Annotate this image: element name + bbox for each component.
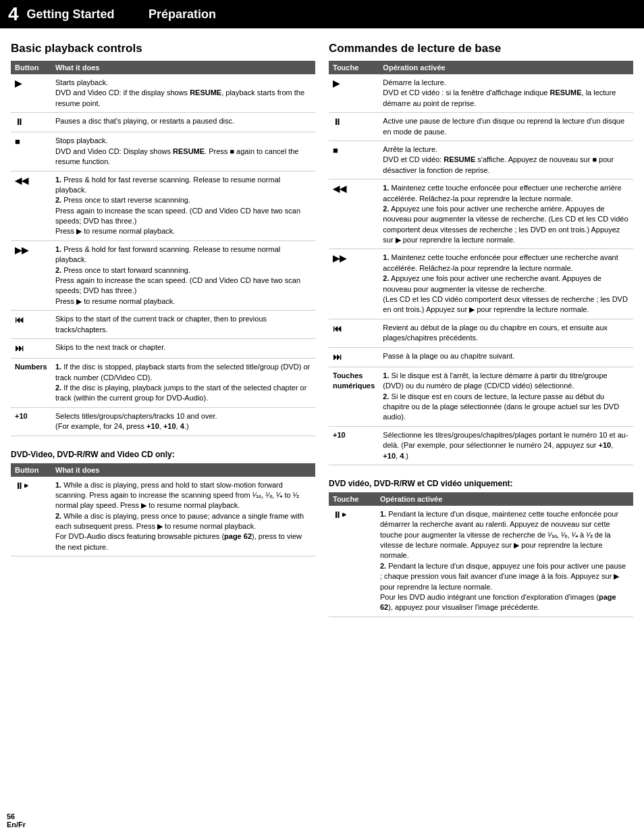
right-button-symbol: ■ (329, 140, 379, 179)
right-button-desc: Démarre la lecture.DVD et CD vidéo : si … (379, 74, 633, 113)
header-right: Préparation (135, 0, 338, 28)
right-table-row: +10Sélectionne les titres/groupes/chapit… (329, 426, 633, 465)
left-sub-col-desc: What it does (51, 463, 315, 477)
left-button-symbol: ⏭ (11, 339, 51, 359)
right-sub-header-row: Touche Opération activée (329, 492, 633, 506)
right-main-table: Touche Opération activée ▶Démarre la lec… (329, 61, 633, 465)
left-table-row: ▶▶1. Press & hold for fast forward scann… (11, 240, 315, 310)
right-table-header-row: Touche Opération activée (329, 61, 633, 74)
page-header: 4 Getting Started Préparation (0, 0, 644, 28)
right-column: Commandes de lecture de base Touche Opér… (329, 42, 633, 631)
left-sub-button-desc: 1. While a disc is playing, press and ho… (51, 477, 315, 556)
right-table-row: ■Arrête la lecture.DVD et CD vidéo: RESU… (329, 140, 633, 179)
left-button-symbol: ▶▶ (11, 240, 51, 310)
right-button-symbol: +10 (329, 426, 379, 465)
left-sub-table: Button What it does ⏸▶1. While a disc is… (11, 463, 315, 557)
left-button-desc: Selects titles/groups/chapters/tracks 10… (51, 407, 315, 436)
left-table-row: ⏭Skips to the next track or chapter. (11, 339, 315, 359)
header-title-french: Préparation (149, 7, 216, 22)
left-table-row: ⏮Skips to the start of the current track… (11, 311, 315, 339)
left-sub-header-row: Button What it does (11, 463, 315, 477)
right-button-symbol: ⏸ (329, 113, 379, 141)
right-sub-table: Touche Opération activée ⏸▶1. Pendant la… (329, 492, 633, 617)
footer-lang: En/Fr (7, 820, 26, 829)
right-section-title: Commandes de lecture de base (329, 42, 633, 55)
right-button-symbol: ◀◀ (329, 180, 379, 249)
left-main-table: Button What it does ▶Starts playback.DVD… (11, 61, 315, 436)
left-button-desc: 1. Press & hold for fast reverse scannin… (51, 171, 315, 240)
left-button-desc: Stops playback.DVD and Video CD: Display… (51, 132, 315, 171)
right-button-desc: Arrête la lecture.DVD et CD vidéo: RESUM… (379, 140, 633, 179)
right-col-button: Touche (329, 61, 379, 74)
right-button-desc: Passe à la plage ou au chapitre suivant. (379, 347, 633, 367)
header-title-english: Getting Started (27, 7, 115, 22)
header-left: 4 Getting Started (0, 0, 135, 28)
left-sub-col-button: Button (11, 463, 51, 477)
footer: 56 En/Fr (7, 812, 26, 829)
right-button-desc: 1. Maintenez cette touche enfoncée pour … (379, 180, 633, 249)
right-table-row: ◀◀1. Maintenez cette touche enfoncée pou… (329, 180, 633, 249)
right-button-desc: Sélectionne les titres/groupes/chapitres… (379, 426, 633, 465)
right-button-symbol: ▶▶ (329, 249, 379, 319)
left-sub-table-row: ⏸▶1. While a disc is playing, press and … (11, 477, 315, 556)
left-button-desc: 1. Press & hold for fast forward scannin… (51, 240, 315, 310)
right-sub-col-button: Touche (329, 492, 376, 506)
right-button-symbol: Touchesnumériques (329, 367, 379, 426)
right-sub-table-row: ⏸▶1. Pendant la lecture d'un disque, mai… (329, 506, 633, 617)
footer-page: 56 (7, 812, 15, 820)
left-table-header-row: Button What it does (11, 61, 315, 74)
left-button-desc: Starts playback.DVD and Video CD: if the… (51, 74, 315, 113)
right-subsection-title: DVD vidéo, DVD-R/RW et CD vidéo uniqueme… (329, 479, 633, 488)
right-table-row: ▶Démarre la lecture.DVD et CD vidéo : si… (329, 74, 633, 113)
right-table-row: ▶▶1. Maintenez cette touche enfoncée pou… (329, 249, 633, 319)
right-table-row: ⏭Passe à la plage ou au chapitre suivant… (329, 347, 633, 367)
left-col-desc: What it does (51, 61, 315, 74)
left-col-button: Button (11, 61, 51, 74)
right-button-desc: 1. Si le disque est à l'arrêt, la lectur… (379, 367, 633, 426)
left-button-symbol: ⏮ (11, 311, 51, 339)
left-button-desc: Skips to the start of the current track … (51, 311, 315, 339)
right-button-desc: 1. Maintenez cette touche enfoncée pour … (379, 249, 633, 319)
right-button-symbol: ▶ (329, 74, 379, 113)
left-subsection-title: DVD-Video, DVD-R/RW and Video CD only: (11, 450, 315, 459)
page-number: 4 (8, 3, 19, 25)
left-section-title: Basic playback controls (11, 42, 315, 55)
right-table-row: ⏮Revient au début de la plage ou du chap… (329, 319, 633, 347)
right-table-row: Touchesnumériques1. Si le disque est à l… (329, 367, 633, 426)
right-button-symbol: ⏮ (329, 319, 379, 347)
left-button-desc: Pauses a disc that's playing, or restart… (51, 113, 315, 132)
left-button-desc: Skips to the next track or chapter. (51, 339, 315, 359)
right-table-row: ⏸Active une pause de lecture d'un disque… (329, 113, 633, 141)
right-sub-col-desc: Opération activée (376, 492, 633, 506)
left-button-desc: 1. If the disc is stopped, playback star… (51, 359, 315, 408)
left-table-row: ▶Starts playback.DVD and Video CD: if th… (11, 74, 315, 113)
left-sub-button-symbol: ⏸▶ (11, 477, 51, 556)
right-sub-button-desc: 1. Pendant la lecture d'un disque, maint… (376, 506, 633, 617)
left-button-symbol: ⏸ (11, 113, 51, 132)
main-content: Basic playback controls Button What it d… (0, 28, 644, 644)
left-table-row: Numbers1. If the disc is stopped, playba… (11, 359, 315, 408)
left-button-symbol: +10 (11, 407, 51, 436)
right-col-desc: Opération activée (379, 61, 633, 74)
right-button-desc: Active une pause de lecture d'un disque … (379, 113, 633, 141)
left-table-row: +10Selects titles/groups/chapters/tracks… (11, 407, 315, 436)
left-table-row: ⏸Pauses a disc that's playing, or restar… (11, 113, 315, 132)
right-sub-button-symbol: ⏸▶ (329, 506, 376, 617)
left-button-symbol: Numbers (11, 359, 51, 408)
right-button-symbol: ⏭ (329, 347, 379, 367)
right-button-desc: Revient au début de la plage ou du chapi… (379, 319, 633, 347)
left-button-symbol: ◀◀ (11, 171, 51, 240)
left-table-row: ■Stops playback.DVD and Video CD: Displa… (11, 132, 315, 171)
left-table-row: ◀◀1. Press & hold for fast reverse scann… (11, 171, 315, 240)
left-button-symbol: ■ (11, 132, 51, 171)
left-column: Basic playback controls Button What it d… (11, 42, 315, 631)
left-button-symbol: ▶ (11, 74, 51, 113)
